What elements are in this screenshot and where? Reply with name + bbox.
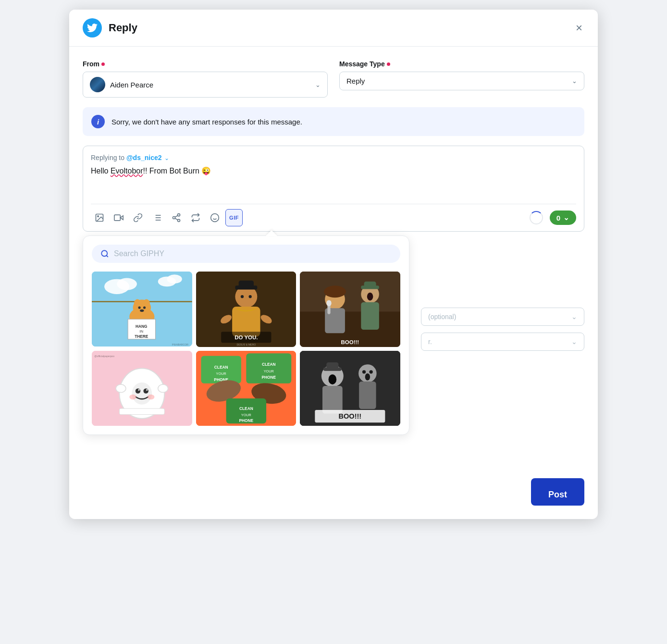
- retweet-button[interactable]: [187, 209, 204, 226]
- from-chevron-icon: ⌄: [315, 81, 321, 88]
- modal-body: From Aiden Pearce ⌄ Message Type Reply ⌄: [69, 47, 598, 435]
- message-type-chevron-icon: ⌄: [572, 77, 577, 85]
- svg-rect-62: [364, 282, 376, 288]
- svg-line-13: [175, 218, 178, 220]
- loading-spinner: [530, 211, 543, 224]
- svg-point-102: [362, 370, 366, 373]
- svg-text:DO YOU.: DO YOU.: [235, 334, 258, 340]
- compose-area: Replying to @ds_nice2 ⌄ Hello Evoltobor!…: [83, 146, 584, 232]
- from-group: From Aiden Pearce ⌄: [83, 60, 328, 98]
- from-value: Aiden Pearce: [110, 81, 310, 89]
- info-icon: i: [91, 115, 105, 128]
- svg-text:THERE: THERE: [135, 334, 148, 339]
- info-text: Sorry, we don't have any smart responses…: [111, 118, 302, 126]
- gif-button[interactable]: GIF: [225, 209, 243, 226]
- svg-rect-60: [361, 302, 380, 330]
- compose-toolbar: GIF 0 ⌄: [91, 204, 576, 231]
- svg-text:@officialpaperpoo: @officialpaperpoo: [94, 354, 114, 357]
- char-count-chevron-icon: ⌄: [563, 213, 569, 222]
- svg-point-12: [178, 219, 180, 222]
- svg-text:CLEAN: CLEAN: [214, 364, 228, 369]
- compose-underlined-word: Evoltobor: [111, 167, 143, 175]
- svg-rect-101: [359, 381, 376, 409]
- svg-point-30: [138, 307, 141, 309]
- gif-item[interactable]: BOO!!!: [300, 272, 400, 347]
- twitter-logo: [83, 18, 102, 37]
- svg-point-104: [365, 373, 370, 380]
- gif-item[interactable]: CLEAN YOUR PHONE CLEAN YOUR PHONE: [196, 351, 296, 426]
- svg-text:BOO!!!: BOO!!!: [339, 412, 362, 420]
- replying-to-user[interactable]: @ds_nice2: [126, 154, 162, 161]
- svg-point-24: [167, 274, 182, 284]
- svg-rect-96: [322, 386, 343, 413]
- compose-text[interactable]: Hello Evoltobor!! From Bot Burn 😜: [91, 165, 576, 204]
- optional-label: (optional): [428, 313, 456, 321]
- svg-text:PHONE: PHONE: [261, 375, 276, 380]
- gif-item[interactable]: HANG IN THERE PIXABARCOR: [92, 272, 192, 347]
- svg-point-75: [116, 384, 126, 392]
- message-type-value: Reply: [346, 77, 567, 85]
- info-banner: i Sorry, we don't have any smart respons…: [83, 107, 584, 136]
- svg-rect-33: [137, 301, 141, 303]
- svg-rect-3: [114, 215, 121, 221]
- emoji-button[interactable]: [206, 209, 223, 226]
- gif-search-input[interactable]: [114, 249, 392, 258]
- image-button[interactable]: [91, 209, 108, 226]
- message-type-select[interactable]: Reply ⌄: [339, 72, 584, 90]
- svg-rect-98: [327, 362, 339, 369]
- r-chevron-icon: ⌄: [571, 338, 577, 346]
- svg-marker-2: [120, 216, 123, 220]
- gif-picker-arrow: [266, 230, 277, 236]
- svg-line-19: [106, 255, 108, 257]
- link-button[interactable]: [129, 209, 147, 226]
- svg-text:DESUS & MERO: DESUS & MERO: [236, 343, 256, 346]
- from-label: From: [83, 60, 328, 68]
- replying-to-chevron-icon: ⌄: [164, 155, 169, 161]
- svg-point-18: [101, 250, 107, 256]
- from-select[interactable]: Aiden Pearce ⌄: [83, 72, 328, 98]
- right-panel: (optional) ⌄ r. ⌄: [421, 308, 584, 351]
- reply-modal: Reply × From Aiden Pearce ⌄ Messa: [69, 10, 598, 519]
- svg-rect-44: [238, 281, 253, 288]
- svg-text:PHONE: PHONE: [239, 418, 253, 423]
- svg-point-68: [136, 388, 140, 393]
- svg-rect-34: [143, 301, 147, 303]
- gif-item[interactable]: DO YOU. DESUS & MERO: [196, 272, 296, 347]
- svg-text:CLEAN: CLEAN: [262, 362, 276, 367]
- gif-label: GIF: [229, 215, 239, 221]
- search-icon: [100, 249, 109, 258]
- from-required: [101, 62, 105, 66]
- action-bar: Post: [531, 484, 584, 506]
- svg-text:YOUR: YOUR: [241, 412, 251, 417]
- char-count-button[interactable]: 0 ⌄: [550, 211, 576, 225]
- post-button-main[interactable]: Post: [531, 484, 584, 506]
- svg-text:YOUR: YOUR: [263, 369, 273, 373]
- svg-point-11: [173, 217, 175, 219]
- svg-text:IN: IN: [140, 329, 143, 334]
- svg-point-63: [367, 293, 373, 301]
- optional-chevron-icon: ⌄: [571, 313, 577, 321]
- svg-text:HANG: HANG: [136, 324, 148, 329]
- list-button[interactable]: [148, 209, 166, 226]
- svg-point-1: [98, 216, 99, 217]
- gif-item[interactable]: BOO!!!: [300, 351, 400, 426]
- svg-point-67: [132, 382, 152, 404]
- svg-point-22: [117, 278, 137, 290]
- modal-header: Reply ×: [69, 10, 598, 47]
- gif-picker: HANG IN THERE PIXABARCOR: [83, 235, 409, 435]
- svg-line-14: [175, 215, 178, 217]
- svg-point-69: [143, 388, 148, 393]
- gif-item[interactable]: @officialpaperpoo: [92, 351, 192, 426]
- svg-point-73: [148, 394, 155, 399]
- svg-text:PIXABARCOR: PIXABARCOR: [172, 343, 188, 346]
- optional-select[interactable]: (optional) ⌄: [421, 308, 584, 326]
- svg-point-103: [370, 370, 373, 373]
- video-button[interactable]: [110, 209, 127, 226]
- close-button[interactable]: ×: [574, 20, 584, 36]
- svg-text:CLEAN: CLEAN: [239, 406, 253, 411]
- message-type-required: [387, 62, 390, 66]
- chain-button[interactable]: [168, 209, 185, 226]
- char-count: 0: [556, 214, 560, 222]
- message-type-group: Message Type Reply ⌄: [339, 60, 584, 98]
- r-select[interactable]: r. ⌄: [421, 333, 584, 351]
